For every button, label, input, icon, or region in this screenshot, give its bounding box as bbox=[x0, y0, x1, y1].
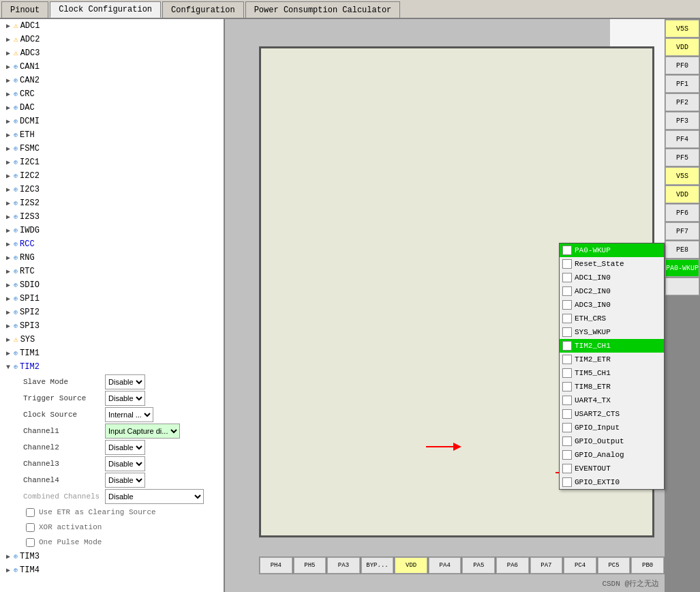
tree-item-adc1[interactable]: ▶⚠ADC1 bbox=[0, 19, 224, 33]
right-pin-pf0[interactable]: PF0 bbox=[665, 57, 699, 74]
popup-checkbox-EVENTOUT[interactable] bbox=[562, 464, 572, 473]
right-pin-pf4[interactable]: PF4 bbox=[665, 130, 699, 148]
right-pin-vdd2[interactable]: VDD bbox=[665, 186, 699, 203]
right-pin-pf1[interactable]: PF1 bbox=[665, 75, 699, 93]
tree-item-i2s3[interactable]: ▶⊕I2S3 bbox=[0, 210, 224, 224]
bottom-pin-3[interactable]: BYP... bbox=[361, 557, 394, 574]
tree-item-dcmi[interactable]: ▶⊕DCMI bbox=[0, 115, 224, 128]
tree-item-iwdg[interactable]: ▶⊕IWDG bbox=[0, 224, 224, 237]
bottom-pin-4[interactable]: VDD bbox=[395, 557, 427, 574]
tree-item-sdio[interactable]: ▶⊕SDIO bbox=[0, 278, 224, 292]
bottom-pin-5[interactable]: PA4 bbox=[429, 557, 461, 574]
popup-item-tim8-etr[interactable]: TIM8_ETR bbox=[560, 380, 664, 394]
tree-item-spi3[interactable]: ▶⊕SPI3 bbox=[0, 319, 224, 333]
tree-item-spi1[interactable]: ▶⊕SPI1 bbox=[0, 292, 224, 306]
right-pin-pa0wkup[interactable]: PA0-WKUP bbox=[665, 259, 699, 277]
tree-item-rtc[interactable]: ▶⊕RTC bbox=[0, 265, 224, 278]
tree-item-rcc[interactable]: ▶⊕RCC bbox=[0, 237, 224, 251]
popup-item-adc3-in0[interactable]: ADC3_IN0 bbox=[560, 298, 664, 312]
popup-item-gpio-input[interactable]: GPIO_Input bbox=[560, 421, 664, 434]
popup-checkbox-USART2_CTS[interactable] bbox=[562, 409, 572, 419]
tree-item-fsmc[interactable]: ▶⊕FSMC bbox=[0, 142, 224, 156]
right-pin-pa1[interactable] bbox=[665, 278, 699, 295]
one-pulse-checkbox[interactable] bbox=[26, 538, 35, 547]
tree-item-i2c3[interactable]: ▶⊕I2C3 bbox=[0, 183, 224, 196]
popup-item-adc2-in0[interactable]: ADC2_IN0 bbox=[560, 284, 664, 298]
tree-item-tim2[interactable]: ▼⊕TIM2 bbox=[0, 360, 224, 374]
trigger-source-select[interactable]: Disable bbox=[105, 391, 145, 406]
bottom-pin-2[interactable]: PA3 bbox=[327, 557, 360, 574]
tab-configuration[interactable]: Configuration bbox=[162, 1, 244, 18]
popup-item-usart2-cts[interactable]: USART2_CTS bbox=[560, 407, 664, 421]
right-pin-pf6[interactable]: PF6 bbox=[665, 204, 699, 222]
bottom-pin-1[interactable]: PH5 bbox=[294, 557, 326, 574]
popup-checkbox-TIM2_ETR[interactable] bbox=[562, 355, 572, 364]
popup-item-tim2-ch1[interactable]: TIM2_CH1 bbox=[560, 339, 664, 353]
channel4-select[interactable]: Disable bbox=[105, 473, 145, 488]
popup-checkbox-ADC2_IN0[interactable] bbox=[562, 286, 572, 296]
tree-item-eth[interactable]: ▶⊕ETH bbox=[0, 128, 224, 142]
tab-power[interactable]: Power Consumption Calculator bbox=[245, 1, 401, 18]
combined-channels-select[interactable]: Disable bbox=[105, 489, 204, 504]
popup-checkbox-GPIO_EXTI0[interactable] bbox=[562, 477, 572, 487]
tree-item-dac[interactable]: ▶⊕DAC bbox=[0, 101, 224, 115]
right-pin-pf5[interactable]: PF5 bbox=[665, 149, 699, 166]
popup-checkbox-GPIO_Analog[interactable] bbox=[562, 450, 572, 460]
tab-pinout[interactable]: Pinout bbox=[1, 1, 48, 18]
use-etr-checkbox[interactable] bbox=[26, 508, 35, 517]
bottom-pin-8[interactable]: PA7 bbox=[530, 557, 563, 574]
popup-checkbox-SYS_WKUP[interactable] bbox=[562, 327, 572, 337]
tree-item-rng[interactable]: ▶⊕RNG bbox=[0, 251, 224, 265]
popup-checkbox-GPIO_Output[interactable] bbox=[562, 436, 572, 446]
popup-checkbox-TIM8_ETR[interactable] bbox=[562, 382, 572, 391]
tree-item-can2[interactable]: ▶⊕CAN2 bbox=[0, 74, 224, 87]
tree-item-i2c2[interactable]: ▶⊕I2C2 bbox=[0, 169, 224, 183]
right-pin-v5s2[interactable]: V5S bbox=[665, 167, 699, 185]
popup-item-uart4-tx[interactable]: UART4_TX bbox=[560, 394, 664, 407]
tree-item-tim1[interactable]: ▶⊕TIM1 bbox=[0, 346, 224, 360]
tree-scroll-area[interactable]: ▶⚠ADC1▶⚠ADC2▶⚠ADC3▶⊕CAN1▶⊕CAN2▶⊕CRC▶⊕DAC… bbox=[0, 19, 224, 592]
popup-checkbox-GPIO_Input[interactable] bbox=[562, 423, 572, 432]
popup-item-adc1-in0[interactable]: ADC1_IN0 bbox=[560, 271, 664, 284]
tree-item-can1[interactable]: ▶⊕CAN1 bbox=[0, 60, 224, 74]
bottom-pin-9[interactable]: PC4 bbox=[564, 557, 596, 574]
popup-checkbox-PA0-WKUP[interactable] bbox=[562, 246, 572, 255]
bottom-pin-11[interactable]: PB0 bbox=[631, 557, 664, 574]
tree-item-i2s2[interactable]: ▶⊕I2S2 bbox=[0, 196, 224, 210]
popup-item-tim5-ch1[interactable]: TIM5_CH1 bbox=[560, 366, 664, 380]
right-pin-v5s1[interactable]: V5S bbox=[665, 20, 699, 38]
pin-popup-menu[interactable]: PA0-WKUPReset_StateADC1_IN0ADC2_IN0ADC3_… bbox=[559, 243, 665, 490]
channel1-select[interactable]: Input Capture di... bbox=[105, 424, 180, 439]
tree-item-adc3[interactable]: ▶⚠ADC3 bbox=[0, 46, 224, 60]
popup-item-eth-crs[interactable]: ETH_CRS bbox=[560, 312, 664, 325]
popup-checkbox-ADC1_IN0[interactable] bbox=[562, 273, 572, 282]
popup-checkbox-UART4_TX[interactable] bbox=[562, 396, 572, 405]
tree-item-crc[interactable]: ▶⊕CRC bbox=[0, 87, 224, 101]
bottom-pin-6[interactable]: PA5 bbox=[462, 557, 495, 574]
tab-clock-config[interactable]: Clock Configuration bbox=[50, 1, 161, 18]
popup-item-eventout[interactable]: EVENTOUT bbox=[560, 462, 664, 475]
right-pin-pf7[interactable]: PF7 bbox=[665, 222, 699, 240]
clock-source-select[interactable]: Internal ... bbox=[105, 407, 153, 422]
channel3-select[interactable]: Disable bbox=[105, 456, 145, 471]
bottom-pin-7[interactable]: PA6 bbox=[496, 557, 529, 574]
popup-item-tim2-etr[interactable]: TIM2_ETR bbox=[560, 353, 664, 366]
tree-item-adc2[interactable]: ▶⚠ADC2 bbox=[0, 33, 224, 46]
tree-item-sys[interactable]: ▶⚠SYS bbox=[0, 333, 224, 346]
slave-mode-select[interactable]: Disable bbox=[105, 374, 145, 389]
right-pin-pe8[interactable]: PE8 bbox=[665, 241, 699, 258]
right-pin-pf2[interactable]: PF2 bbox=[665, 93, 699, 111]
popup-item-gpio-exti0[interactable]: GPIO_EXTI0 bbox=[560, 475, 664, 489]
popup-checkbox-TIM5_CH1[interactable] bbox=[562, 368, 572, 378]
tree-item-tim4[interactable]: ▶⊕TIM4 bbox=[0, 563, 224, 577]
popup-checkbox-Reset_State[interactable] bbox=[562, 259, 572, 269]
tree-item-tim3[interactable]: ▶⊕TIM3 bbox=[0, 550, 224, 563]
channel2-select[interactable]: Disable bbox=[105, 440, 145, 455]
right-pin-vdd1[interactable]: VDD bbox=[665, 38, 699, 56]
popup-checkbox-ADC3_IN0[interactable] bbox=[562, 300, 572, 310]
tree-item-spi2[interactable]: ▶⊕SPI2 bbox=[0, 306, 224, 319]
popup-item-sys-wkup[interactable]: SYS_WKUP bbox=[560, 325, 664, 339]
right-pin-pf3[interactable]: PF3 bbox=[665, 112, 699, 130]
popup-checkbox-TIM2_CH1[interactable] bbox=[562, 341, 572, 351]
bottom-pin-0[interactable]: PH4 bbox=[260, 557, 292, 574]
